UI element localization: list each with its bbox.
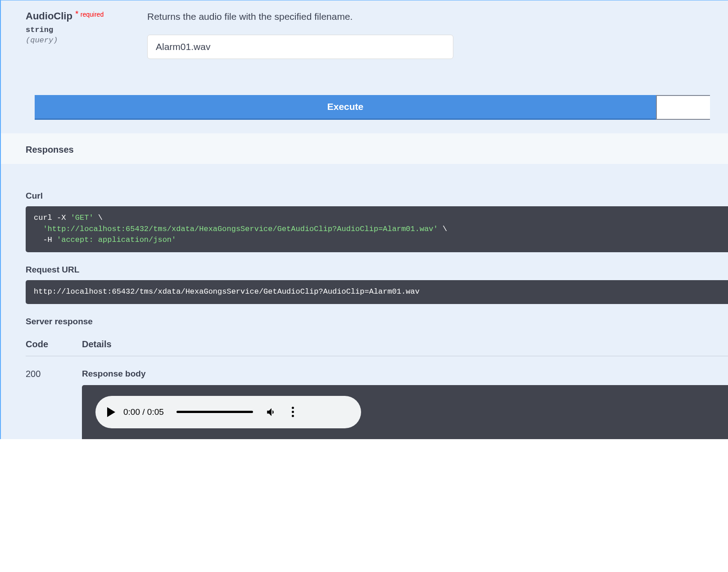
execute-button[interactable]: Execute [35, 95, 656, 120]
parameter-controls: Returns the audio file with the specifie… [147, 9, 710, 59]
required-label: required [81, 11, 104, 18]
action-buttons-row: Execute [35, 95, 710, 120]
responses-body: Curl curl -X 'GET' \ 'http://localhost:6… [1, 164, 728, 439]
volume-icon[interactable] [266, 406, 277, 418]
parameter-type: string [26, 26, 129, 34]
curl-slash2: \ [438, 225, 447, 233]
request-url-value: http://localhost:65432/tms/xdata/HexaGon… [34, 287, 420, 296]
play-icon[interactable] [107, 407, 115, 417]
parameters-section: AudioClip * required string (query) Retu… [1, 0, 728, 133]
parameter-location: (query) [26, 36, 129, 45]
request-url-block: http://localhost:65432/tms/xdata/HexaGon… [26, 280, 728, 304]
responses-heading: Responses [26, 145, 703, 155]
responses-header: Responses [1, 133, 728, 164]
parameter-meta: AudioClip * required string (query) [26, 9, 129, 59]
response-body-block: 0:00 / 0:05 [82, 385, 728, 439]
parameter-row: AudioClip * required string (query) Retu… [26, 9, 710, 59]
parameter-description: Returns the audio file with the specifie… [147, 11, 710, 22]
curl-h-flag: -H [34, 236, 57, 244]
clear-button[interactable] [656, 95, 710, 120]
parameter-name: AudioClip [26, 10, 72, 22]
required-star-icon: * [75, 9, 78, 18]
parameter-input[interactable] [147, 35, 453, 59]
audio-progress-bar[interactable] [176, 411, 253, 413]
curl-text: curl -X [34, 213, 71, 222]
details-column-header: Details [82, 339, 728, 350]
curl-method: 'GET' [71, 213, 94, 222]
audio-menu-icon[interactable] [289, 404, 297, 420]
response-body-label: Response body [82, 369, 728, 379]
response-code: 200 [26, 369, 82, 439]
code-column-header: Code [26, 339, 82, 350]
server-response-label: Server response [26, 317, 728, 327]
audio-time: 0:00 / 0:05 [123, 407, 164, 417]
response-row: 200 Response body 0:00 / 0:05 [26, 356, 728, 439]
response-table-header: Code Details [26, 339, 728, 356]
curl-header: 'accept: application/json' [57, 236, 176, 244]
curl-slash: \ [94, 213, 103, 222]
curl-url: 'http://localhost:65432/tms/xdata/HexaGo… [43, 225, 438, 233]
request-url-label: Request URL [26, 265, 728, 275]
api-operation-panel: AudioClip * required string (query) Retu… [0, 0, 728, 439]
curl-label: Curl [26, 191, 728, 201]
curl-code-block: curl -X 'GET' \ 'http://localhost:65432/… [26, 206, 728, 252]
audio-player: 0:00 / 0:05 [95, 396, 361, 428]
response-details: Response body 0:00 / 0:05 [82, 369, 728, 439]
